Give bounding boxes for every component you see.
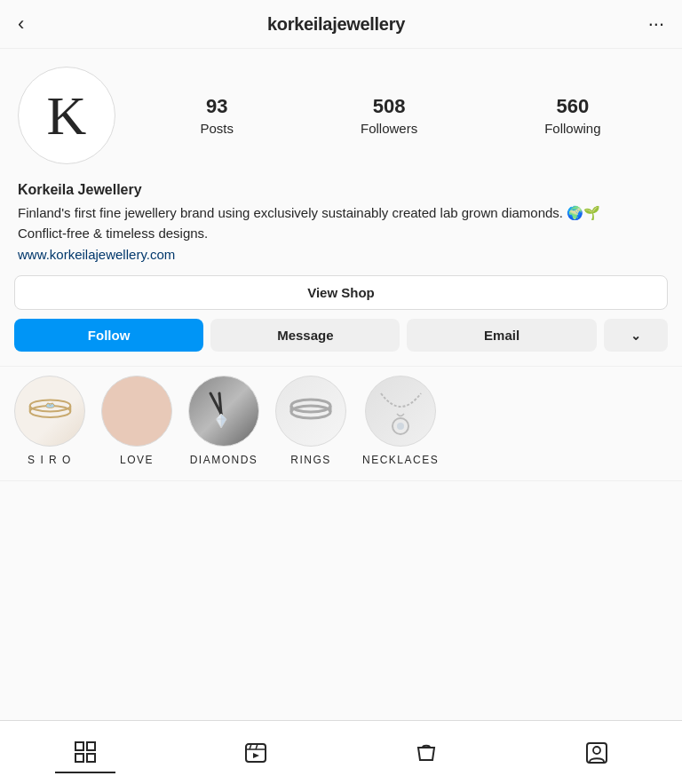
avatar[interactable]: K [18, 67, 115, 164]
highlight-circle-love [101, 376, 172, 447]
highlight-love[interactable]: LOVE [101, 376, 172, 466]
chevron-down-icon: ⌄ [630, 329, 641, 343]
followers-stat[interactable]: 508 Followers [361, 95, 417, 135]
followers-count: 508 [373, 95, 406, 118]
buttons-section: View Shop Follow Message Email ⌄ [0, 275, 682, 366]
necklace-icon [372, 380, 430, 442]
highlight-circle-rings [275, 376, 346, 447]
followers-label: Followers [361, 121, 417, 136]
band-ring-icon [284, 396, 337, 427]
highlight-circle-diamonds [188, 376, 259, 447]
action-buttons: Follow Message Email ⌄ [14, 319, 668, 352]
highlight-label-siro: S I R O [28, 454, 72, 466]
bio-text: Finland's first fine jewellery brand usi… [18, 203, 664, 243]
highlight-circle-necklaces [365, 376, 436, 447]
highlights-section: S I R O LOVE DIAMONDS [0, 367, 682, 480]
highlight-siro[interactable]: S I R O [14, 376, 85, 466]
nav-shop[interactable] [396, 733, 456, 772]
more-options-button[interactable]: ··· [648, 12, 664, 36]
divider-2 [0, 480, 682, 481]
bio-name: Korkeila Jewellery [18, 182, 664, 198]
svg-marker-25 [253, 753, 259, 758]
back-button[interactable]: ‹ [18, 12, 24, 36]
highlight-label-rings: RINGS [290, 454, 331, 466]
highlight-label-necklaces: NECKLACES [362, 454, 439, 466]
username-title: korkeilajewellery [267, 14, 405, 35]
nav-grid[interactable] [55, 733, 115, 773]
svg-point-27 [593, 747, 600, 754]
message-button[interactable]: Message [210, 319, 400, 352]
following-label: Following [544, 121, 600, 136]
stats-container: 93 Posts 508 Followers 560 Following [137, 95, 664, 135]
shop-icon [414, 740, 439, 765]
posts-count: 93 [206, 95, 227, 118]
profile-section: K 93 Posts 508 Followers 560 Following [0, 49, 682, 178]
highlight-rings[interactable]: RINGS [275, 376, 346, 466]
bio-section: Korkeila Jewellery Finland's first fine … [0, 178, 682, 275]
grid-icon [73, 740, 98, 764]
bio-link[interactable]: www.korkeilajewellery.com [18, 247, 175, 262]
follow-button[interactable]: Follow [14, 319, 203, 352]
following-stat[interactable]: 560 Following [544, 95, 600, 135]
svg-rect-17 [75, 742, 83, 750]
view-shop-button[interactable]: View Shop [14, 275, 668, 310]
diamond-tweezers-icon [202, 389, 246, 433]
highlight-label-love: LOVE [120, 454, 154, 466]
highlight-necklaces[interactable]: NECKLACES [362, 376, 439, 466]
nav-profile[interactable] [567, 733, 627, 772]
avatar-letter: K [47, 88, 87, 143]
svg-point-15 [397, 423, 404, 430]
svg-rect-18 [87, 742, 95, 750]
reels-icon [243, 740, 268, 765]
following-count: 560 [556, 95, 589, 118]
profile-icon [584, 740, 609, 765]
chevron-down-button[interactable]: ⌄ [604, 319, 668, 352]
posts-stat[interactable]: 93 Posts [200, 95, 234, 135]
nav-reels[interactable] [226, 733, 286, 772]
svg-line-6 [219, 393, 221, 414]
highlight-circle-siro [14, 376, 85, 447]
email-button[interactable]: Email [407, 319, 596, 352]
highlight-diamonds[interactable]: DIAMONDS [188, 376, 259, 466]
svg-rect-21 [246, 744, 266, 762]
bottom-navigation [0, 720, 682, 784]
svg-rect-19 [75, 754, 83, 762]
highlight-label-diamonds: DIAMONDS [190, 454, 258, 466]
posts-label: Posts [200, 121, 234, 136]
svg-rect-20 [87, 754, 95, 762]
ring-icon [21, 398, 79, 424]
header: ‹ korkeilajewellery ··· [0, 0, 682, 49]
